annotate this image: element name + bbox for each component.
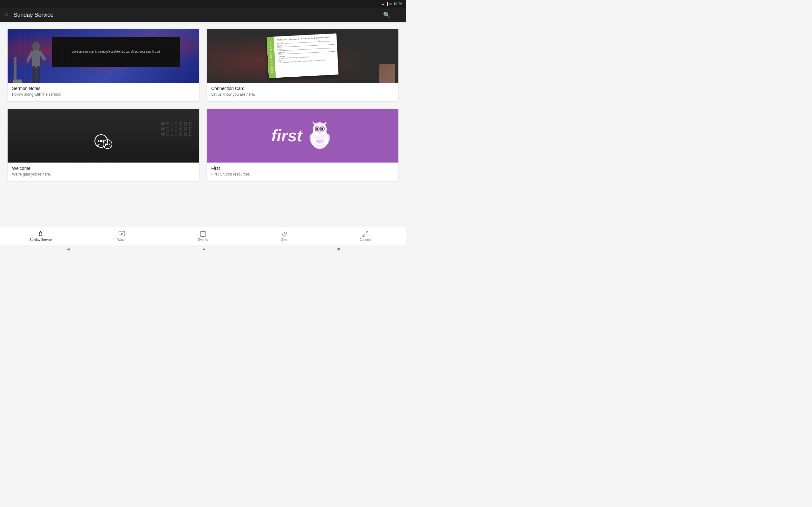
svg-point-12	[105, 144, 106, 145]
first-logo-body: First First Church resources.	[207, 163, 398, 181]
nav-events-label: Events	[198, 238, 208, 241]
svg-line-2	[27, 53, 32, 62]
home-button[interactable]: ●	[202, 246, 205, 251]
svg-rect-4	[32, 66, 36, 83]
give-icon	[281, 230, 288, 237]
hand	[379, 64, 395, 83]
svg-point-14	[109, 144, 110, 145]
sermon-notes-title: Sermon Notes	[12, 86, 195, 91]
svg-rect-5	[37, 66, 40, 83]
welcome-card[interactable]: WELCOME WELCOME WELCOME	[8, 109, 199, 181]
back-button[interactable]: ◄	[66, 246, 70, 251]
svg-rect-33	[200, 232, 206, 237]
flame-icon	[37, 230, 44, 237]
welcome-line-2: WELCOME	[161, 126, 193, 131]
podium-pole	[14, 57, 16, 83]
sermon-notes-image: Don't put your trust in the good you thi…	[8, 29, 199, 83]
person-figure	[27, 38, 46, 83]
svg-point-29	[319, 141, 321, 143]
svg-line-38	[363, 234, 365, 236]
menu-icon[interactable]: ≡	[5, 12, 9, 18]
nav-connect[interactable]: Connect	[325, 228, 406, 243]
first-logo-image: first	[207, 109, 398, 163]
svg-line-3	[40, 53, 44, 59]
svg-point-24	[321, 128, 323, 130]
svg-point-8	[98, 140, 100, 142]
play-icon	[118, 230, 125, 237]
connection-card-title: Connection Card	[211, 86, 394, 91]
welcome-image: WELCOME WELCOME WELCOME	[8, 109, 199, 163]
first-logo-title: First	[211, 166, 394, 171]
sermon-notes-subtitle: Follow along with the sermon.	[12, 92, 195, 97]
welcome-line-3: WELCOME	[161, 131, 193, 136]
status-bar: ▲ ▐ ▭ 10:26	[0, 0, 406, 8]
connect-icon	[362, 230, 369, 237]
search-icon[interactable]: 🔍	[383, 11, 390, 18]
connection-card-image: CONNECTION CARD Thank you for joining us…	[207, 29, 398, 83]
svg-rect-1	[32, 50, 40, 68]
podium-top	[13, 79, 22, 83]
recent-apps-button[interactable]: ■	[337, 246, 340, 251]
connection-card-subtitle: Let us know you are here.	[211, 92, 394, 97]
owl-icon	[305, 121, 334, 150]
svg-point-0	[32, 42, 40, 51]
svg-point-30	[321, 140, 322, 142]
app-bar-title: Sunday Service	[14, 12, 54, 18]
first-logo-subtitle: First Church resources.	[211, 172, 394, 176]
more-options-icon[interactable]: ⋮	[395, 11, 401, 18]
nav-connect-label: Connect	[359, 238, 371, 241]
nav-events[interactable]: Events	[162, 228, 244, 243]
app-bar-left: ≡ Sunday Service	[5, 12, 54, 18]
welcome-title: Welcome	[12, 166, 195, 171]
connection-card-card[interactable]: CONNECTION CARD Thank you for joining us…	[207, 29, 398, 101]
nav-watch[interactable]: Watch	[81, 228, 162, 243]
sermon-screen-text: Don't put your trust in the good you thi…	[72, 50, 160, 54]
app-bar-right: 🔍 ⋮	[383, 11, 401, 18]
first-logo-text: first	[271, 126, 302, 145]
sermon-notes-body: Sermon Notes Follow along with the sermo…	[8, 83, 199, 101]
cards-grid: Don't put your trust in the good you thi…	[8, 29, 398, 181]
main-content: Don't put your trust in the good you thi…	[0, 22, 406, 227]
chat-icon	[92, 134, 114, 152]
svg-point-23	[316, 128, 318, 130]
nav-watch-label: Watch	[117, 238, 126, 241]
svg-point-28	[317, 140, 319, 142]
nav-give-label: Give	[281, 238, 288, 241]
connection-card-body: Connection Card Let us know you are here…	[207, 83, 398, 101]
connection-card-visual: CONNECTION CARD Thank you for joining us…	[267, 33, 339, 78]
nav-sunday-service-label: Sunday Service	[30, 238, 52, 241]
svg-line-37	[366, 231, 368, 233]
connection-card-content: Thank you for joining us at First Church…	[277, 36, 335, 63]
welcome-text-overlay: WELCOME WELCOME WELCOME	[161, 121, 193, 136]
welcome-line-1: WELCOME	[161, 121, 193, 126]
sermon-screen: Don't put your trust in the good you thi…	[52, 37, 180, 67]
sermon-notes-card[interactable]: Don't put your trust in the good you thi…	[8, 29, 199, 101]
status-time: 10:26	[393, 2, 402, 6]
status-icons: ▲ ▐ ▭ 10:26	[381, 2, 402, 6]
first-logo-card[interactable]: first	[207, 109, 398, 181]
welcome-subtitle: We're glad you're here.	[12, 172, 195, 176]
nav-sunday-service[interactable]: Sunday Service	[0, 228, 81, 243]
wifi-icon: ▲	[381, 2, 385, 6]
svg-point-13	[107, 144, 108, 145]
svg-point-9	[101, 140, 102, 142]
app-bar: ≡ Sunday Service 🔍 ⋮	[0, 8, 406, 22]
bottom-nav: Sunday Service Watch Events Give	[0, 227, 406, 245]
welcome-body: Welcome We're glad you're here.	[8, 163, 199, 181]
battery-icon: ▭	[389, 2, 392, 6]
calendar-icon	[200, 230, 206, 237]
nav-give[interactable]: Give	[244, 228, 325, 243]
svg-marker-32	[121, 233, 123, 235]
signal-icon: ▐	[386, 2, 388, 6]
android-nav-bar: ◄ ● ■	[0, 245, 406, 253]
